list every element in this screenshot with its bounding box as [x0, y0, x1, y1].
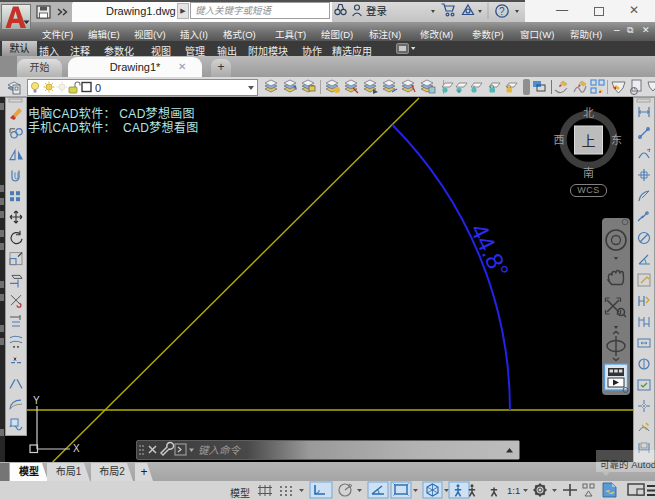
svg-text:南: 南: [583, 167, 594, 179]
svg-text:44.8°: 44.8°: [465, 219, 514, 281]
svg-text:键入命令: 键入命令: [198, 444, 241, 456]
svg-text:X: X: [73, 443, 80, 454]
svg-text:上: 上: [582, 133, 596, 149]
svg-text:Y: Y: [33, 395, 40, 406]
svg-text:?: ?: [499, 6, 505, 17]
svg-text:东: 东: [611, 134, 622, 146]
svg-text:1:1: 1:1: [507, 485, 520, 496]
svg-text:西: 西: [554, 134, 565, 146]
svg-text:登录: 登录: [366, 5, 387, 17]
svg-text:北: 北: [583, 107, 594, 119]
